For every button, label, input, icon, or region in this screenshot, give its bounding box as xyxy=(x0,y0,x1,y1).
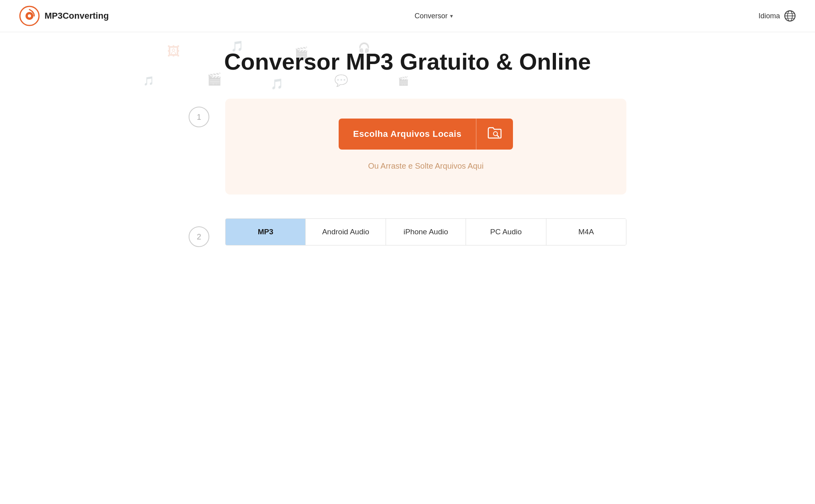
nav-conversor[interactable]: Conversor ▾ xyxy=(415,12,453,20)
tab-iphone-audio[interactable]: iPhone Audio xyxy=(386,219,466,245)
language-selector[interactable]: Idioma xyxy=(758,10,796,22)
logo-icon: ♪ xyxy=(19,6,40,26)
svg-line-10 xyxy=(497,135,499,137)
folder-search-icon xyxy=(476,127,513,142)
tab-mp3[interactable]: MP3 xyxy=(226,219,306,245)
logo-text: MP3Converting xyxy=(45,11,109,21)
svg-point-2 xyxy=(28,14,31,18)
svg-text:♪: ♪ xyxy=(31,9,34,15)
format-tabs: MP3 Android Audio iPhone Audio PC Audio … xyxy=(225,218,626,245)
choose-files-label: Escolha Arquivos Locais xyxy=(339,129,476,139)
choose-files-button[interactable]: Escolha Arquivos Locais xyxy=(339,119,513,150)
drag-drop-text: Ou Arraste e Solte Arquivos Aqui xyxy=(368,162,484,171)
tab-m4a[interactable]: M4A xyxy=(546,219,626,245)
upload-dropzone[interactable]: Escolha Arquivos Locais Ou Arraste e Sol… xyxy=(225,99,626,195)
lang-label: Idioma xyxy=(758,12,780,20)
logo-area[interactable]: ♪ MP3Converting xyxy=(19,6,109,26)
chevron-down-icon: ▾ xyxy=(450,13,453,19)
tab-android-audio[interactable]: Android Audio xyxy=(306,219,386,245)
nav-conversor-label: Conversor xyxy=(415,12,448,20)
globe-icon xyxy=(784,10,796,22)
tab-pc-audio[interactable]: PC Audio xyxy=(466,219,546,245)
format-section: 2 MP3 Android Audio iPhone Audio PC Audi… xyxy=(189,218,626,247)
step-2-circle: 2 xyxy=(189,226,209,247)
step-1-circle: 1 xyxy=(189,107,209,127)
page-title: Conversor MP3 Gratuito & Online xyxy=(224,48,591,75)
upload-section: 1 Escolha Arquivos Locais Ou Arraste e S… xyxy=(189,99,626,195)
